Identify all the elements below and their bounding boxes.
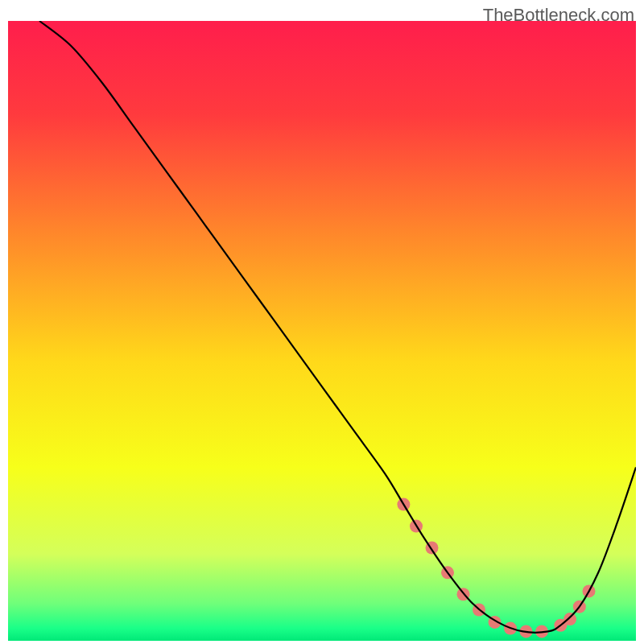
watermark-text: TheBottleneck.com (483, 5, 634, 26)
chart-svg (8, 21, 636, 641)
gradient-background (8, 21, 636, 641)
chart-container (8, 21, 636, 641)
data-point (564, 613, 576, 625)
